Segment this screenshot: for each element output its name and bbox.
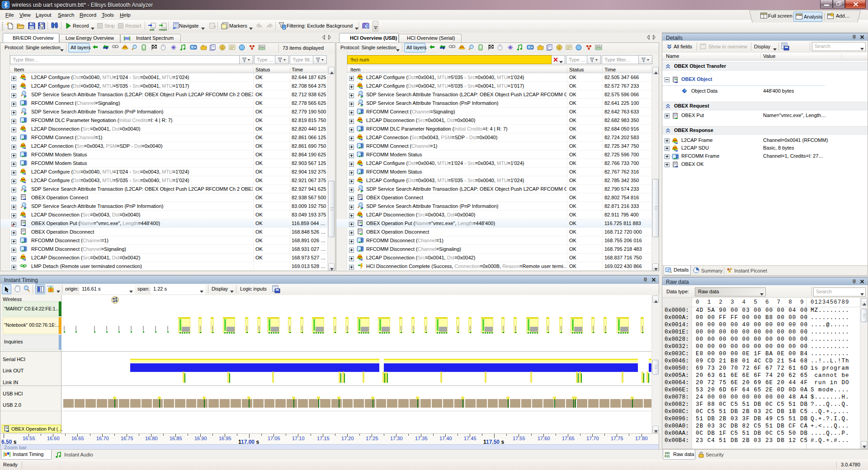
svg-text:reset: reset [159,28,167,31]
svg-text:$: $ [222,46,224,50]
svg-text:set: set [150,28,155,31]
svg-text:?: ? [366,24,369,29]
svg-text:$: $ [558,46,561,50]
